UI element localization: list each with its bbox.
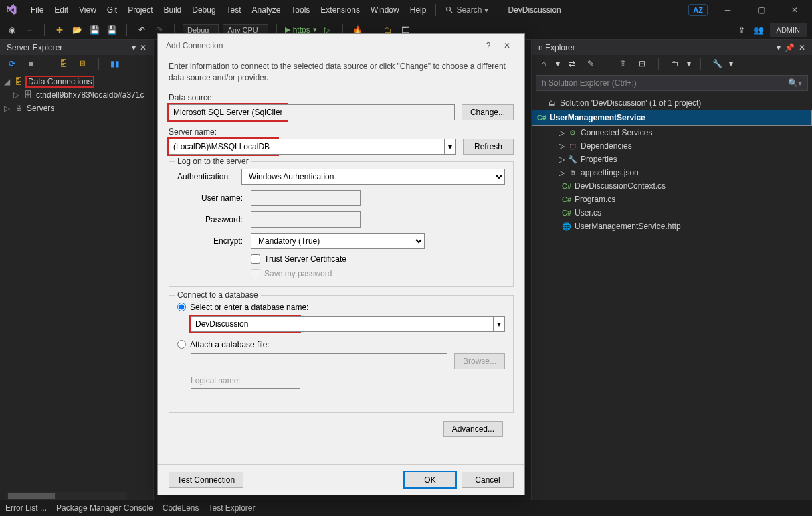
project-node[interactable]: C# UserManagementService [532, 110, 812, 126]
attach-file-input [191, 353, 447, 369]
show-all-icon[interactable]: 🗀 [668, 57, 682, 70]
connect-db-icon[interactable]: 🗄 [57, 57, 70, 70]
list-item[interactable]: C#DevDiscussionContext.cs [532, 179, 812, 193]
solution-icon: 🗂 [546, 98, 557, 108]
menu-debug[interactable]: Debug [187, 3, 221, 17]
doc-icon[interactable]: 🗎 [617, 57, 630, 70]
server-explorer-tree: ◢ 🗄 Data Connections ▷ 🗄 ctndell9bhx783\… [0, 72, 153, 118]
live-share-icon[interactable]: 👥 [752, 23, 766, 37]
connect-server-icon[interactable]: 🖥 [76, 57, 89, 70]
auth-select[interactable]: Windows Authentication [241, 169, 505, 185]
pending-icon[interactable]: ✎ [584, 57, 597, 70]
list-item[interactable]: C#User.cs [532, 206, 812, 220]
maximize-button[interactable]: ▢ [748, 1, 775, 19]
menu-test[interactable]: Test [221, 3, 247, 17]
properties-icon[interactable]: 🔧 [710, 57, 724, 70]
test-connection-button[interactable]: Test Connection [169, 472, 243, 488]
database-name-dropdown[interactable]: ▾ [493, 316, 505, 332]
status-test-explorer[interactable]: Test Explorer [209, 503, 256, 513]
new-item-icon[interactable]: ✚ [53, 23, 66, 37]
tree-node-connection[interactable]: ▷ 🗄 ctndell9bhx783\localdb#a371c [0, 88, 153, 102]
collapse-icon[interactable]: ⊟ [635, 57, 649, 70]
wrench-icon: 🔧 [567, 154, 578, 165]
share-icon[interactable]: ⇪ [735, 23, 748, 37]
server-explorer-toolbar: ⟳ ■ 🗄 🖥 ▮▮ [0, 55, 153, 72]
menu-build[interactable]: Build [159, 3, 187, 17]
list-item[interactable]: 🌐UserManagementService.http [532, 220, 812, 233]
close-button[interactable]: ✕ [781, 1, 808, 19]
nav-fwd-icon[interactable]: → [23, 23, 36, 37]
menu-extensions[interactable]: Extensions [315, 3, 365, 17]
solution-tree: 🗂 Solution 'DevDiscussion' (1 of 1 proje… [532, 94, 812, 236]
database-name-input[interactable] [191, 316, 300, 332]
account-badge[interactable]: AZ [688, 4, 708, 16]
password-label: Password: [177, 215, 251, 224]
pin-icon[interactable]: ▾ [132, 43, 136, 52]
save-all-icon[interactable]: 💾 [105, 23, 118, 37]
menu-file[interactable]: File [25, 3, 49, 17]
pin-icon[interactable]: 📌 [785, 43, 795, 52]
database-name-input-ext[interactable] [300, 316, 493, 332]
status-bar: Error List ... Package Manager Console C… [0, 500, 812, 516]
refresh-icon[interactable]: ⟳ [5, 57, 19, 70]
menu-git[interactable]: Git [102, 3, 122, 17]
dialog-close-button[interactable]: ✕ [498, 36, 516, 55]
encrypt-select[interactable]: Mandatory (True) [251, 233, 425, 249]
menu-view[interactable]: View [74, 3, 102, 17]
global-search[interactable]: Search▾ [440, 4, 494, 16]
menu-window[interactable]: Window [365, 3, 405, 17]
solution-root[interactable]: 🗂 Solution 'DevDiscussion' (1 of 1 proje… [532, 96, 812, 110]
menu-edit[interactable]: Edit [49, 3, 74, 17]
menu-analyze[interactable]: Analyze [247, 3, 286, 17]
advanced-button[interactable]: Advanced... [443, 421, 503, 437]
menu-tools[interactable]: Tools [286, 3, 315, 17]
minimize-button[interactable]: ─ [714, 1, 741, 19]
menu-project[interactable]: Project [122, 3, 158, 17]
horizontal-scrollbar-thumb[interactable] [8, 493, 55, 499]
home-icon[interactable]: ⌂ [537, 57, 550, 70]
cancel-button[interactable]: Cancel [462, 472, 514, 488]
password-input [251, 211, 361, 228]
list-item[interactable]: ▷⬚Dependencies [532, 139, 812, 153]
server-name-input[interactable] [169, 139, 278, 155]
solution-search[interactable]: h Solution Explorer (Ctrl+;) 🔍▾ [536, 75, 808, 91]
attach-file-radio[interactable] [177, 340, 186, 349]
logon-group: Log on to the server Authentication: Win… [169, 161, 514, 287]
ok-button[interactable]: OK [404, 472, 456, 488]
refresh-button[interactable]: Refresh [463, 139, 514, 155]
title-bar: File Edit View Git Project Build Debug T… [0, 0, 812, 20]
status-codelens[interactable]: CodeLens [163, 503, 199, 513]
trust-cert-checkbox[interactable] [251, 254, 260, 264]
select-db-radio[interactable] [177, 303, 186, 311]
undo-icon[interactable]: ↶ [135, 23, 148, 37]
db-group-icon: 🗄 [13, 76, 24, 87]
close-icon[interactable]: ✕ [799, 43, 805, 52]
list-item[interactable]: ▷⚙Connected Services [532, 126, 812, 139]
tree-node-servers[interactable]: ▷ 🖥 Servers [0, 102, 153, 115]
list-item[interactable]: C#Program.cs [532, 193, 812, 206]
azure-icon[interactable]: ▮▮ [108, 57, 122, 70]
nav-back-icon[interactable]: ◉ [5, 23, 19, 37]
chevron-down-icon: ▾ [484, 5, 488, 15]
status-pmc[interactable]: Package Manager Console [56, 503, 153, 513]
server-name-dropdown[interactable]: ▾ [444, 139, 456, 155]
status-errorlist[interactable]: Error List ... [5, 503, 47, 513]
sync-icon[interactable]: ⇄ [565, 57, 579, 70]
list-item[interactable]: ▷🗎appsettings.json [532, 166, 812, 179]
open-icon[interactable]: 📂 [70, 23, 84, 37]
data-source-field [169, 104, 286, 120]
database-group: Connect to a database Select or enter a … [169, 295, 514, 413]
list-item[interactable]: ▷🔧Properties [532, 153, 812, 166]
change-button[interactable]: Change... [462, 104, 514, 120]
dialog-titlebar: Add Connection ? ✕ [158, 34, 524, 57]
tree-node-data-connections[interactable]: ◢ 🗄 Data Connections [0, 75, 153, 88]
menu-help[interactable]: Help [405, 3, 432, 17]
dropdown-icon[interactable]: ▾ [777, 43, 781, 52]
help-button[interactable]: ? [479, 36, 498, 55]
username-label: User name: [177, 193, 251, 203]
solution-explorer-toolbar: ⌂▾ ⇄ ✎ 🗎 ⊟ 🗀▾ 🔧▾ [532, 55, 812, 72]
close-icon[interactable]: ✕ [140, 43, 146, 52]
stop-icon[interactable]: ■ [24, 57, 37, 70]
server-name-input-ext[interactable] [278, 139, 444, 155]
save-icon[interactable]: 💾 [88, 23, 101, 37]
